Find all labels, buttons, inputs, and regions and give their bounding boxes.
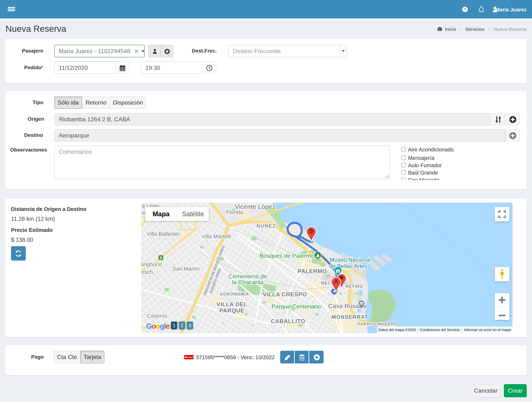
svg-text:la Chacarita: la Chacarita: [232, 279, 264, 286]
svg-text:Parque Centenario: Parque Centenario: [272, 303, 321, 310]
svg-text:Museo Nacional: Museo Nacional: [330, 257, 370, 263]
svg-text:VILLA DEL: VILLA DEL: [216, 301, 247, 307]
svg-text:RETIRO: RETIRO: [345, 284, 363, 289]
svg-text:Villa Ballester: Villa Ballester: [147, 231, 180, 237]
svg-text:?: ?: [464, 7, 466, 11]
svg-text:PALERMO: PALERMO: [298, 268, 327, 274]
svg-text:osch: osch: [141, 269, 153, 275]
svg-text:Cementerio de: Cementerio de: [228, 273, 267, 280]
svg-text:PARQUE: PARQUE: [219, 307, 244, 314]
svg-text:M: M: [337, 270, 339, 273]
svg-text:CABALLITO: CABALLITO: [271, 318, 305, 325]
svg-text:VILLA CRESPO: VILLA CRESPO: [263, 291, 307, 298]
svg-text:Villa Martelli: Villa Martelli: [202, 233, 231, 239]
svg-text:A: A: [334, 278, 338, 284]
svg-text:Bosques de Palermo: Bosques de Palermo: [260, 252, 314, 259]
svg-text:8: 8: [160, 256, 162, 260]
svg-text:MONSERRAT: MONSERRAT: [331, 314, 368, 320]
svg-text:San Martín: San Martín: [172, 266, 199, 272]
svg-text:linghurst: linghurst: [141, 261, 162, 267]
svg-text:NÚÑEZ: NÚÑEZ: [257, 223, 276, 229]
svg-text:PUERTO MADERO: PUERTO MADERO: [358, 322, 397, 326]
svg-text:AGRONOMÍA: AGRONOMÍA: [220, 292, 249, 297]
svg-text:B: B: [310, 228, 313, 234]
svg-text:Vicente López: Vicente López: [235, 203, 275, 210]
svg-text:Caseros: Caseros: [147, 313, 167, 319]
